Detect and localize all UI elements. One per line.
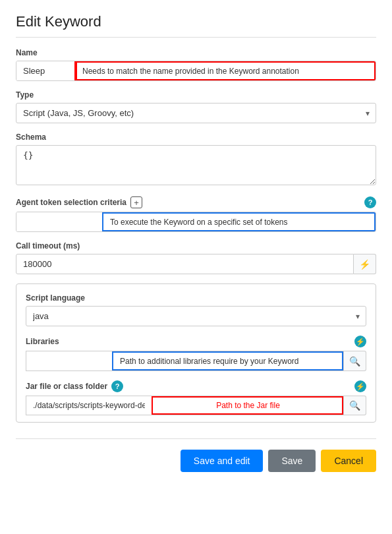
name-input-row: Needs to match the name provided in the … bbox=[16, 61, 376, 81]
name-input[interactable] bbox=[16, 61, 76, 80]
libraries-label-row: Libraries ⚡ bbox=[26, 336, 366, 347]
page-title: Edit Keyword bbox=[16, 13, 376, 38]
jar-input[interactable] bbox=[26, 396, 152, 415]
jar-flash-icon[interactable]: ⚡ bbox=[354, 380, 366, 392]
save-edit-button[interactable]: Save and edit bbox=[181, 450, 264, 472]
timeout-flash-button[interactable]: ⚡ bbox=[354, 254, 376, 274]
name-label: Name bbox=[16, 48, 376, 57]
language-field-group: Script language java bbox=[26, 293, 366, 326]
agent-tooltip: To execute the Keyword on a specific set… bbox=[102, 212, 376, 231]
jar-tooltip: Path to the Jar file bbox=[152, 396, 343, 415]
language-select[interactable]: java bbox=[26, 306, 366, 326]
agent-label: Agent token selection criteria + ? bbox=[16, 196, 376, 208]
libraries-input-row: Path to additional libraries require by … bbox=[26, 351, 366, 371]
jar-field-group: Jar file or class folder ? ⚡ Path to the… bbox=[26, 380, 366, 415]
libraries-tooltip: Path to additional libraries require by … bbox=[112, 351, 343, 371]
jar-label-row: Jar file or class folder ? ⚡ bbox=[26, 380, 366, 392]
jar-help-icon[interactable]: ? bbox=[111, 380, 123, 392]
name-field-group: Name Needs to match the name provided in… bbox=[16, 48, 376, 81]
save-button[interactable]: Save bbox=[268, 450, 316, 472]
timeout-input[interactable] bbox=[16, 254, 354, 274]
agent-add-button[interactable]: + bbox=[130, 196, 142, 208]
timeout-field-group: Call timeout (ms) ⚡ bbox=[16, 241, 376, 274]
flash-icon: ⚡ bbox=[359, 259, 370, 270]
button-row: Save and edit Save Cancel bbox=[16, 438, 376, 472]
libraries-inner: Path to additional libraries require by … bbox=[26, 351, 344, 371]
libraries-search-button[interactable]: 🔍 bbox=[344, 351, 366, 371]
agent-input[interactable] bbox=[16, 212, 102, 231]
language-select-wrapper: java bbox=[26, 306, 366, 326]
agent-input-row: To execute the Keyword on a specific set… bbox=[16, 212, 376, 232]
timeout-label: Call timeout (ms) bbox=[16, 241, 376, 251]
jar-input-row: Path to the Jar file 🔍 bbox=[26, 396, 366, 415]
schema-textarea[interactable]: {} bbox=[16, 145, 376, 185]
type-label: Type bbox=[16, 90, 376, 100]
name-tooltip: Needs to match the name provided in the … bbox=[76, 61, 376, 80]
script-section: Script language java Libraries ⚡ Path to… bbox=[16, 283, 376, 423]
jar-label: Jar file or class folder ? bbox=[26, 380, 123, 392]
type-select[interactable]: Script (Java, JS, Groovy, etc) bbox=[16, 103, 376, 123]
type-select-wrapper: Script (Java, JS, Groovy, etc) bbox=[16, 103, 376, 123]
libraries-input[interactable] bbox=[26, 351, 112, 371]
jar-search-button[interactable]: 🔍 bbox=[344, 396, 366, 415]
jar-inner: Path to the Jar file bbox=[26, 396, 344, 415]
search-icon: 🔍 bbox=[349, 356, 360, 367]
agent-help-icon[interactable]: ? bbox=[364, 196, 376, 208]
language-label: Script language bbox=[26, 293, 366, 303]
libraries-flash-icon[interactable]: ⚡ bbox=[354, 336, 366, 347]
jar-search-icon: 🔍 bbox=[349, 400, 360, 411]
timeout-input-row: ⚡ bbox=[16, 254, 376, 274]
libraries-label: Libraries bbox=[26, 337, 59, 346]
type-field-group: Type Script (Java, JS, Groovy, etc) bbox=[16, 90, 376, 123]
schema-label: Schema bbox=[16, 133, 376, 142]
libraries-field-group: Libraries ⚡ Path to additional libraries… bbox=[26, 336, 366, 371]
agent-field-group: Agent token selection criteria + ? To ex… bbox=[16, 196, 376, 232]
cancel-button[interactable]: Cancel bbox=[321, 450, 376, 472]
schema-field-group: Schema {} bbox=[16, 133, 376, 187]
